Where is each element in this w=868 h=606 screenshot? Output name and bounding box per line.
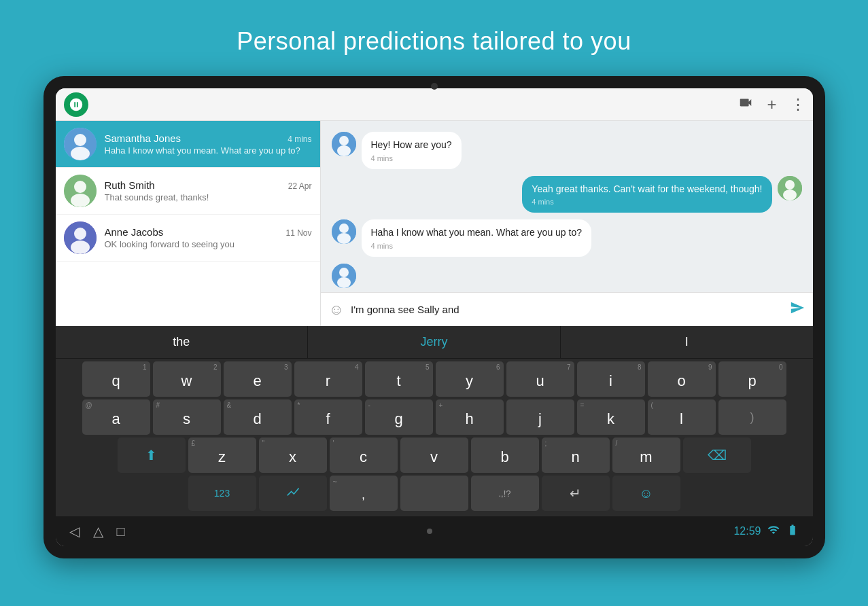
key-y[interactable]: 6y: [436, 361, 504, 397]
key-e[interactable]: 3e: [224, 361, 292, 397]
msg-avatar-1: [332, 132, 356, 156]
svg-point-17: [337, 233, 351, 244]
msg-time-2: 4 mins: [532, 198, 762, 206]
key-u[interactable]: 7u: [506, 361, 574, 397]
msg-bubble-3: Haha I know what you mean. What are you …: [362, 219, 592, 257]
conv-name-samantha: Samantha Jones: [105, 132, 181, 144]
key-v[interactable]: v: [400, 438, 468, 473]
recents-button[interactable]: □: [117, 524, 125, 539]
key-l[interactable]: (l: [648, 399, 716, 435]
more-options-icon[interactable]: ⋮: [791, 96, 805, 113]
key-a[interactable]: @a: [82, 399, 150, 435]
nav-left: ◁ △ □: [69, 523, 125, 539]
add-icon[interactable]: +: [767, 95, 776, 114]
key-punctuation[interactable]: .,!?: [471, 476, 539, 511]
key-d[interactable]: &d: [224, 399, 292, 435]
key-t[interactable]: 5t: [365, 361, 433, 397]
status-time: 12:59: [733, 525, 761, 537]
hangouts-logo: [64, 92, 88, 117]
key-shift[interactable]: ⬆: [118, 438, 186, 473]
predictions-bar: the Jerry I: [56, 326, 813, 359]
home-button[interactable]: △: [93, 523, 103, 539]
conversation-samantha[interactable]: Samantha Jones 4 mins Haha I know what y…: [56, 121, 320, 168]
battery-icon: [786, 524, 799, 539]
svg-point-16: [339, 224, 349, 233]
conv-time-anne: 11 Nov: [285, 228, 311, 238]
msg-avatar-2: [778, 176, 802, 200]
key-z[interactable]: £z: [188, 438, 256, 473]
key-row-1: 1q 2w 3e 4r 5t 6y 7u 8i 9o 0p: [58, 361, 810, 397]
key-row-2: @a #s &d *f -g +h j =k (l ): [58, 399, 810, 435]
key-r[interactable]: 4r: [294, 361, 362, 397]
key-b[interactable]: b: [471, 438, 539, 473]
key-comma[interactable]: ~ ,: [330, 476, 398, 511]
key-q[interactable]: 1q: [82, 361, 150, 397]
back-button[interactable]: ◁: [69, 523, 80, 539]
key-c[interactable]: 'c: [330, 438, 398, 473]
svg-point-13: [785, 180, 795, 190]
conv-preview-anne: OK looking forward to seeing you: [105, 239, 312, 249]
key-backspace[interactable]: ⌫: [683, 438, 751, 473]
key-p[interactable]: 0p: [718, 361, 786, 397]
svg-point-2: [71, 147, 90, 160]
key-o[interactable]: 9o: [648, 361, 716, 397]
msg-avatar-4: [332, 264, 356, 288]
svg-point-5: [71, 194, 90, 207]
key-f[interactable]: *f: [294, 399, 362, 435]
key-n[interactable]: ;n: [542, 438, 610, 473]
messages-container: Hey! How are you? 4 mins: [321, 121, 813, 292]
conv-time-ruth: 22 Apr: [288, 181, 312, 191]
svg-point-1: [74, 134, 86, 146]
key-s[interactable]: #s: [153, 399, 221, 435]
tablet-screen: + ⋮: [56, 88, 813, 546]
keyboard-area: the Jerry I 1q 2w 3e 4r 5t 6y 7u 8i 9o 0…: [56, 326, 813, 546]
svg-point-20: [337, 277, 351, 288]
msg-time-3: 4 mins: [371, 242, 583, 250]
conv-content-anne: Anne Jacobs 11 Nov OK looking forward to…: [105, 226, 312, 249]
message-input[interactable]: [351, 304, 783, 315]
key-rparen[interactable]: ): [718, 399, 786, 435]
avatar-anne: [64, 221, 97, 254]
prediction-the[interactable]: the: [56, 326, 309, 358]
svg-point-7: [74, 228, 86, 240]
header-icons: + ⋮: [738, 95, 804, 114]
svg-point-8: [71, 240, 90, 254]
msg-avatar-3: [332, 219, 356, 244]
nav-right: 12:59: [733, 524, 799, 539]
nav-center-dot: [427, 529, 432, 534]
conv-top-anne: Anne Jacobs 11 Nov: [105, 226, 312, 238]
key-swift[interactable]: [259, 476, 327, 511]
key-row-4: 123 ~ , .,!?: [58, 476, 810, 511]
key-emoji[interactable]: ☺: [612, 476, 680, 511]
key-enter[interactable]: ↵: [542, 476, 610, 511]
video-call-icon[interactable]: [738, 95, 753, 113]
send-button[interactable]: [790, 300, 805, 319]
key-g[interactable]: -g: [365, 399, 433, 435]
key-i[interactable]: 8i: [577, 361, 645, 397]
key-space[interactable]: [400, 476, 468, 511]
key-m[interactable]: /m: [612, 438, 680, 473]
key-j[interactable]: j: [506, 399, 574, 435]
key-x[interactable]: "x: [259, 438, 327, 473]
conversation-list: Samantha Jones 4 mins Haha I know what y…: [56, 121, 321, 326]
key-k[interactable]: =k: [577, 399, 645, 435]
avatar-samantha: [64, 128, 97, 160]
tablet-camera: [431, 83, 438, 90]
msg-bubble-1: Hey! How are you? 4 mins: [362, 132, 462, 169]
conv-name-anne: Anne Jacobs: [105, 226, 164, 238]
svg-point-4: [74, 181, 86, 193]
key-w[interactable]: 2w: [153, 361, 221, 397]
conversation-anne[interactable]: Anne Jacobs 11 Nov OK looking forward to…: [56, 215, 320, 262]
emoji-button[interactable]: ☺: [329, 301, 344, 319]
avatar-ruth: [64, 175, 97, 207]
key-row-3: ⬆ £z "x 'c v b ;n /m ⌫: [58, 438, 810, 473]
bottom-nav: ◁ △ □ 12:59: [56, 516, 813, 546]
conversation-ruth[interactable]: Ruth Smith 22 Apr That sounds great, tha…: [56, 168, 320, 215]
svg-point-14: [783, 190, 797, 200]
key-123[interactable]: 123: [188, 476, 256, 511]
chat-area: Hey! How are you? 4 mins: [321, 121, 813, 326]
prediction-jerry[interactable]: Jerry: [308, 326, 561, 358]
key-h[interactable]: +h: [436, 399, 504, 435]
prediction-i[interactable]: I: [561, 326, 813, 358]
keyboard-rows: 1q 2w 3e 4r 5t 6y 7u 8i 9o 0p @a #s &d *…: [56, 359, 813, 516]
